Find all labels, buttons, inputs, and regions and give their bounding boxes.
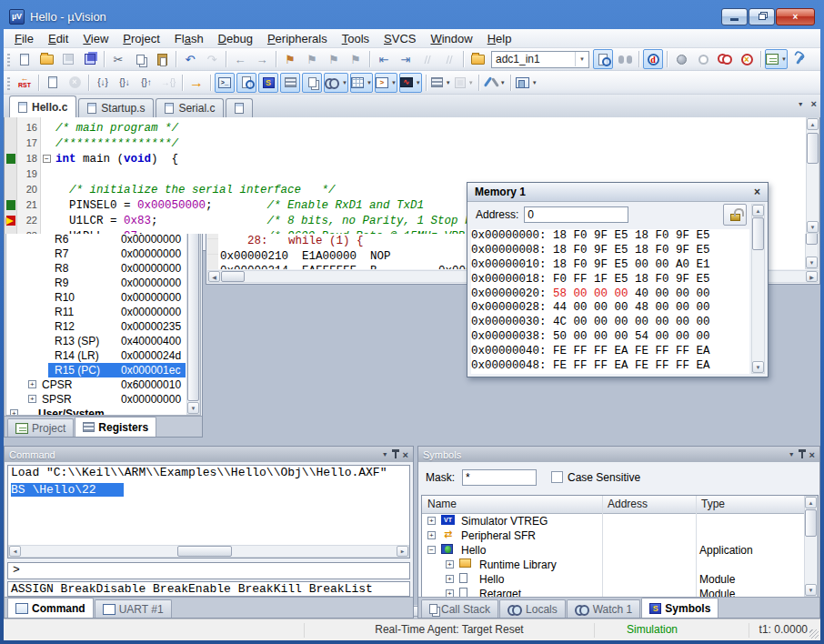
scroll-left-button[interactable]: ◀ (9, 546, 21, 557)
current-statement-breakpoint-icon[interactable] (6, 216, 15, 226)
toolbox-button[interactable]: ▼ (483, 73, 507, 93)
expand-icon[interactable]: + (28, 380, 36, 388)
expand-icon[interactable]: + (427, 531, 436, 539)
registers-window-button[interactable] (280, 73, 300, 93)
scroll-up-button[interactable]: ▲ (807, 118, 819, 130)
scroll-down-button[interactable]: ▼ (752, 361, 764, 373)
symbol-row[interactable]: −HelloApplication (422, 543, 803, 558)
minimize-button[interactable] (721, 8, 748, 25)
menu-debug[interactable]: Debug (211, 30, 260, 47)
memory-row[interactable]: 0x00000048: FE FF FF EA FE FF FF EA (471, 359, 749, 374)
lock-button[interactable] (723, 204, 747, 226)
memory-row[interactable]: 0x00000020: 58 00 00 00 40 00 00 00 (471, 287, 749, 302)
pin-icon[interactable] (801, 452, 803, 458)
menu-svcs[interactable]: SVCS (377, 30, 423, 47)
left-tab-project[interactable]: Project (7, 418, 74, 437)
disassembly-window-button[interactable] (236, 73, 256, 93)
watch-tab-locals[interactable]: Locals (499, 599, 566, 618)
scroll-down-button[interactable]: ▼ (805, 584, 817, 596)
find-in-files-button[interactable] (467, 49, 487, 69)
memory-row[interactable]: 0x00000008: 18 F0 9F E5 18 F0 9F E5 (471, 244, 749, 258)
scroll-right-button[interactable]: ▶ (397, 546, 408, 557)
disable-all-breakpoints-button[interactable] (715, 49, 735, 69)
window-layout-button[interactable]: ▼ (515, 73, 538, 93)
pin-icon[interactable] (395, 452, 397, 458)
step-button[interactable]: {↓} (93, 73, 113, 93)
enable-breakpoint-button[interactable] (693, 49, 713, 69)
close-button[interactable]: × (776, 8, 815, 25)
register-row[interactable]: R120x00000235 (6, 319, 186, 334)
menu-file[interactable]: File (7, 30, 41, 47)
insert-breakpoint-button[interactable] (671, 49, 691, 69)
watch-window-button[interactable]: ▼ (324, 73, 348, 93)
expand-icon[interactable]: + (427, 517, 436, 525)
menu-peripherals[interactable]: Peripherals (260, 30, 335, 47)
start-stop-debug-button[interactable]: d (643, 49, 663, 69)
copy-button[interactable] (130, 49, 150, 69)
memory-contents[interactable]: 0x00000000: 18 F0 9F E5 18 F0 9F E50x000… (471, 229, 749, 374)
column-name[interactable]: Name (422, 498, 457, 510)
mask-input[interactable] (462, 469, 537, 486)
symbol-row[interactable]: +VTSimulator VTREG (422, 514, 803, 528)
case-sensitive-checkbox[interactable] (551, 471, 563, 483)
command-window-button[interactable]: >_ (215, 73, 235, 93)
resize-grip[interactable] (809, 629, 819, 639)
column-type[interactable]: Type (696, 498, 725, 510)
expand-icon[interactable]: + (28, 395, 36, 403)
column-address[interactable]: Address (602, 498, 648, 510)
watch-tab-watch-1[interactable]: Watch 1 (567, 599, 641, 618)
call-stack-window-button[interactable] (302, 73, 322, 93)
fold-collapse-icon[interactable]: − (43, 155, 51, 163)
close-file-icon[interactable]: × (811, 99, 817, 108)
cut-button[interactable]: ✂ (108, 49, 128, 69)
run-button[interactable]: → (186, 73, 206, 93)
left-tab-registers[interactable]: Registers (75, 417, 156, 437)
menu-flash[interactable]: Flash (167, 30, 211, 47)
new-file-button[interactable] (15, 49, 35, 69)
menu-help[interactable]: Help (480, 30, 519, 47)
watch-tab-call-stack[interactable]: Call Stack (421, 599, 498, 618)
symbols-window-button[interactable]: S (258, 73, 278, 93)
register-row[interactable]: R80x00000000 (6, 261, 186, 276)
kill-all-breakpoints-button[interactable]: × (737, 49, 757, 69)
indent-button[interactable]: ⇥ (396, 49, 416, 69)
memory-row[interactable]: 0x00000038: 50 00 00 00 54 00 00 00 (471, 330, 749, 345)
expand-icon[interactable]: + (10, 409, 18, 415)
unindent-button[interactable]: ⇤ (374, 49, 394, 69)
file-tab-startup-s[interactable]: Startup.s (78, 98, 154, 117)
menu-project[interactable]: Project (116, 30, 166, 47)
navigate-forward-button[interactable]: → (252, 49, 272, 69)
menu-edit[interactable]: Edit (41, 30, 75, 47)
executed-line-marker[interactable] (6, 200, 15, 210)
file-tab-hello-c[interactable]: Hello.c (9, 96, 76, 117)
address-input[interactable] (524, 206, 628, 223)
scroll-up-button[interactable]: ▲ (805, 497, 817, 508)
memory-window-header[interactable]: Memory 1 × (467, 183, 768, 202)
memory-row[interactable]: 0x00000018: F0 FF 1F E5 18 F0 9F E5 (471, 273, 749, 287)
command-line[interactable]: Load "C:\\Keil\\ARM\\Examples\\Hello\\Ob… (8, 466, 409, 483)
bookmark-next-button[interactable]: ⚑ (324, 49, 344, 69)
register-row[interactable]: +SPSR0x00000000 (6, 392, 186, 407)
symbol-search-combobox[interactable]: adc1_in1▼ (491, 51, 589, 68)
close-icon[interactable]: × (754, 187, 760, 196)
panel-menu-icon[interactable]: ▼ (382, 451, 388, 458)
restore-button[interactable] (749, 8, 775, 25)
show-next-statement-button[interactable] (43, 73, 63, 93)
command-output[interactable]: Load "C:\\Keil\\ARM\\Examples\\Hello\\Ob… (7, 465, 410, 558)
symbol-row[interactable]: +Runtime Library (422, 558, 803, 572)
file-tab-more[interactable] (226, 98, 253, 117)
menu-tools[interactable]: Tools (335, 30, 377, 47)
expand-icon[interactable]: + (446, 560, 454, 569)
configure-button[interactable] (789, 49, 809, 69)
open-file-button[interactable] (36, 49, 56, 69)
scroll-right-button[interactable]: ▶ (806, 271, 818, 282)
reset-cpu-button[interactable]: ←RST (15, 73, 35, 93)
serial-window-button[interactable]: >▼ (375, 73, 397, 93)
bookmark-prev-button[interactable]: ⚑ (302, 49, 322, 69)
menu-window[interactable]: Window (423, 30, 479, 47)
step-over-button[interactable]: {}↓ (115, 73, 135, 93)
register-row[interactable]: +CPSR0x60000010 (6, 377, 186, 392)
symbols-scrollbar[interactable]: ▲ ▼ (804, 496, 818, 597)
command-line[interactable]: BS \Hello\22 (8, 483, 409, 500)
scroll-left-button[interactable]: ◀ (208, 271, 220, 282)
